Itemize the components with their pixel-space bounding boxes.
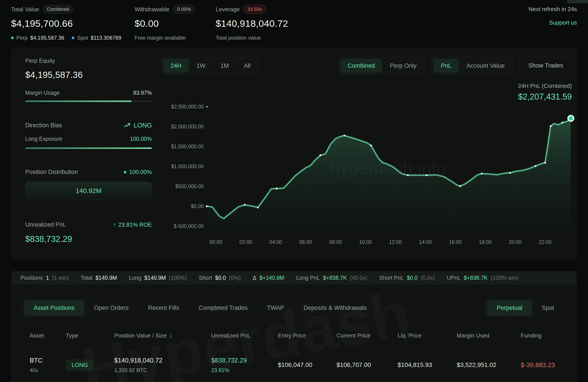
summary-short-pnl: Short PnL $0.0 (0.0x) [379, 275, 435, 281]
spot-dot-icon [72, 37, 74, 39]
asset-cell: BTC 40x [30, 357, 66, 373]
withdrawable-amount: $0.00 [135, 18, 216, 29]
metric-account-value-button[interactable]: Account Value [459, 59, 512, 73]
long-exposure-label: Long Exposure [25, 136, 63, 142]
direction-bias-label: Direction Bias [25, 122, 62, 129]
positions-table: Asset Type Position Value / Size ↓ Unrea… [12, 332, 576, 378]
funding-cell: $-39,883.23 [521, 362, 567, 369]
margin-usage-bar [25, 101, 152, 102]
section-divider [25, 159, 152, 159]
svg-text:14:00: 14:00 [419, 239, 432, 245]
support-us-link[interactable]: Support us [529, 19, 577, 26]
range-all-button[interactable]: All [236, 59, 258, 73]
svg-text:$1,000,000.00: $1,000,000.00 [171, 163, 204, 169]
equity-sidebar: Perp Equity $4,195,587.36 Margin Usage 8… [25, 57, 152, 244]
perp-label: Perp [16, 35, 28, 41]
summary-upnl: UPnL $+838.7K (100% win) [447, 275, 518, 281]
unrealized-pnl-label: Unrealized PnL [25, 221, 66, 228]
tab-recent-fills[interactable]: Recent Fills [138, 300, 189, 316]
delta-icon: Δ [252, 275, 256, 281]
time-range-group: 24H 1W 1M All [161, 57, 260, 75]
range-1m-button[interactable]: 1M [213, 59, 236, 73]
positions-tabs-group: Asset Positions Open Orders Recent Fills… [22, 298, 378, 318]
tab-completed-trades[interactable]: Completed Trades [189, 300, 257, 316]
leverage-badge: 33.59x [243, 5, 266, 14]
total-value-amount: $4,195,700.66 [11, 18, 135, 29]
col-current-price[interactable]: Current Price [336, 332, 398, 339]
entry-price-cell: $106,047.00 [278, 362, 336, 368]
position-distribution-label: Position Distribution [25, 169, 78, 176]
show-trades-button[interactable]: Show Trades [520, 57, 572, 74]
total-value-stat: Total Value Combined $4,195,700.66 Perp … [11, 5, 135, 41]
tab-deposits-withdrawals[interactable]: Deposits & Withdrawals [294, 300, 376, 316]
mode-perp-only-button[interactable]: Perp Only [382, 59, 424, 73]
leverage-amount: $140,918,040.72 [216, 18, 288, 29]
chart-pnl-label: 24H PnL (Combined) [161, 82, 572, 89]
mode-combined-button[interactable]: Combined [340, 59, 382, 73]
direction-bias-value: LONG [134, 122, 152, 129]
leverage-stat: Leverage 33.59x $140,918,040.72 Total po… [216, 5, 288, 41]
col-position-value[interactable]: Position Value / Size ↓ [114, 332, 211, 339]
svg-text:12:00: 12:00 [389, 239, 402, 245]
long-badge: LONG [66, 360, 94, 371]
leverage-sub: Total position value [216, 35, 261, 41]
col-entry-price[interactable]: Entry Price [278, 332, 336, 339]
sort-desc-icon: ↓ [169, 332, 172, 339]
market-spot-button[interactable]: Spot [532, 300, 564, 316]
withdrawable-label: Withdrawable [135, 6, 169, 13]
section-divider [25, 210, 152, 211]
col-funding[interactable]: Funding [521, 332, 567, 339]
mode-toggle-group: Combined Perp Only [338, 57, 426, 75]
perp-equity-value: $4,195,587.36 [25, 70, 152, 80]
margin-usage-label: Margin Usage [25, 90, 60, 96]
svg-text:00:00: 00:00 [210, 239, 222, 245]
market-toggle-group: Perpetual Spot [485, 298, 566, 318]
summary-total: Total $140.9M [81, 275, 117, 281]
trend-up-icon [124, 123, 131, 128]
svg-text:$500,000.00: $500,000.00 [175, 183, 204, 189]
leverage-label: Leverage [216, 6, 240, 13]
long-exposure-bar [25, 147, 152, 149]
col-liq-price[interactable]: Liq. Price [398, 332, 457, 339]
perp-value: $4,195,587.36 [30, 35, 64, 41]
arrow-up-icon: ↑ [113, 221, 116, 228]
summary-short: Short $0.0 (0%) [199, 275, 241, 281]
svg-text:20:00: 20:00 [509, 239, 522, 245]
svg-text:$0.00: $0.00 [191, 203, 204, 209]
position-distribution-value: 100.00% [129, 169, 152, 176]
pnl-chart[interactable]: 00:0002:0004:0006:0008:0010:0012:0014:00… [161, 101, 572, 247]
tab-asset-positions[interactable]: Asset Positions [24, 300, 84, 316]
perp-equity-label: Perp Equity [25, 57, 152, 64]
unrealized-pnl-value: $838,732.29 [25, 234, 152, 244]
upnl-cell: $838,732.29 23.81% [211, 357, 278, 373]
position-value-cell: $140,918,040.72 1,320.92 BTC [114, 357, 211, 373]
perp-dot-icon [11, 37, 14, 39]
current-price-cell: $106,707.00 [336, 362, 398, 368]
col-type[interactable]: Type [66, 332, 114, 339]
range-24h-button[interactable]: 24H [163, 59, 189, 73]
spot-label: Spot [77, 35, 88, 41]
col-asset[interactable]: Asset [30, 332, 66, 339]
svg-text:$2,000,000.00: $2,000,000.00 [171, 124, 204, 129]
total-value-label: Total Value [11, 6, 39, 13]
position-row-btc[interactable]: BTC 40x LONG $140,918,040.72 1,320.92 BT… [30, 352, 567, 378]
summary-positions: Positions 1 (1 win) [20, 275, 69, 281]
withdrawable-badge: 0.00% [173, 5, 195, 14]
market-perpetual-button[interactable]: Perpetual [487, 300, 532, 316]
tab-twap[interactable]: TWAP [257, 300, 294, 316]
svg-text:$2,500,000.00: $2,500,000.00 [171, 104, 204, 110]
range-1w-button[interactable]: 1W [189, 59, 213, 73]
svg-text:02:00: 02:00 [239, 239, 252, 245]
top-header: Total Value Combined $4,195,700.66 Perp … [11, 5, 577, 41]
metric-pnl-button[interactable]: PnL [433, 59, 459, 73]
margin-used-cell: $3,522,951.02 [457, 362, 521, 368]
col-margin-used[interactable]: Margin Used [457, 332, 521, 339]
col-unrealized-pnl[interactable]: Unrealized PnL [211, 332, 278, 339]
positions-summary-bar: Positions 1 (1 win) Total $140.9M Long $… [12, 271, 576, 284]
margin-usage-value: 83.97% [133, 90, 152, 96]
svg-text:22:00: 22:00 [539, 239, 551, 245]
svg-text:$-500,000.00: $-500,000.00 [174, 223, 204, 229]
chart-zone: 24H 1W 1M All Combined Perp Only PnL Acc… [161, 57, 572, 253]
spot-value: $113.306769 [91, 35, 121, 41]
tab-open-orders[interactable]: Open Orders [84, 300, 138, 316]
